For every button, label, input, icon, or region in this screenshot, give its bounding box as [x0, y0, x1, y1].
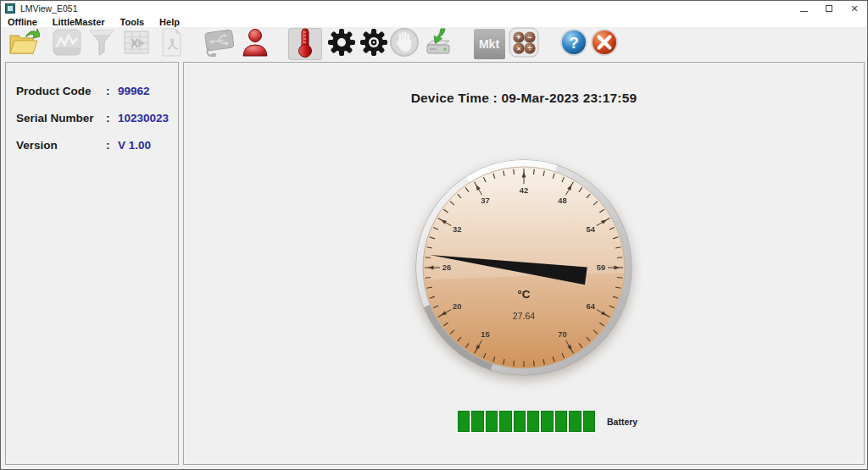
gauge-unit-label: °C: [517, 288, 530, 301]
maximize-icon: [826, 5, 832, 12]
minimize-button[interactable]: [791, 1, 816, 16]
battery-segment: [486, 411, 498, 432]
device-info-panel: Product Code : 99962 Serial Number : 102…: [5, 62, 179, 465]
window-title: LMView_E051: [20, 3, 78, 14]
mkt-text-button: Mkt: [474, 29, 505, 59]
close-icon: ✕: [850, 4, 858, 14]
svg-text:37: 37: [481, 196, 490, 205]
svg-text:26: 26: [442, 263, 452, 272]
svg-text:64: 64: [587, 301, 596, 311]
menu-littlemaster[interactable]: LittleMaster: [53, 17, 105, 27]
svg-text:?: ?: [569, 34, 579, 52]
open-folder-icon: [8, 27, 40, 61]
graph-button[interactable]: [50, 28, 84, 60]
title-bar: LMView_E051 ✕: [1, 1, 867, 16]
svg-text:54: 54: [587, 224, 596, 234]
battery-segment: [583, 411, 595, 432]
serial-number-label: Serial Number: [16, 112, 106, 124]
minimize-icon: [800, 10, 808, 12]
user-button[interactable]: [238, 28, 272, 60]
toolbar: X: [1, 27, 867, 62]
battery-segment: [514, 411, 526, 432]
help-button[interactable]: ?: [557, 28, 591, 60]
svg-text:X: X: [131, 36, 139, 50]
help-icon: ?: [559, 27, 589, 61]
exit-button[interactable]: [587, 28, 621, 60]
serial-number-value: 10230023: [118, 112, 169, 124]
svg-text:15: 15: [481, 329, 490, 339]
version-row: Version : V 1.00: [6, 139, 178, 152]
version-value: V 1.00: [118, 139, 151, 152]
usb-device-icon: [202, 26, 237, 62]
temperature-gauge: 1520263237424854596470 °C 27.64: [414, 158, 634, 378]
svg-text:÷: ÷: [528, 44, 532, 53]
close-button[interactable]: ✕: [842, 1, 867, 16]
svg-text:32: 32: [453, 224, 462, 234]
export-pdf-button[interactable]: [154, 28, 188, 60]
mkt-label: Mkt: [479, 37, 499, 51]
battery-segment: [569, 411, 581, 432]
battery-segment: [499, 411, 511, 432]
filter-button[interactable]: [85, 28, 119, 60]
calc-buttons-icon: + − × ÷: [508, 26, 540, 62]
user-icon: [241, 27, 270, 61]
svg-text:48: 48: [558, 196, 567, 205]
product-code-label: Product Code: [16, 85, 106, 97]
product-code-value: 99962: [118, 85, 150, 97]
svg-text:42: 42: [520, 185, 529, 195]
battery-segment: [458, 411, 470, 432]
stop-button[interactable]: [387, 28, 421, 60]
device-time: Device Time : 09-Mar-2023 23:17:59: [184, 91, 864, 106]
exit-icon: [589, 27, 620, 61]
settings-button[interactable]: [325, 28, 359, 60]
menu-help[interactable]: Help: [159, 17, 180, 27]
svg-text:70: 70: [558, 329, 567, 339]
svg-text:+: +: [516, 33, 520, 41]
maximize-button[interactable]: [816, 1, 842, 16]
advanced-settings-button[interactable]: [357, 28, 391, 60]
svg-text:20: 20: [453, 301, 462, 311]
connect-device-button[interactable]: [203, 28, 236, 60]
battery-label: Battery: [607, 417, 637, 427]
temperature-button[interactable]: [288, 28, 322, 60]
mkt-button[interactable]: Mkt: [472, 28, 506, 60]
version-label: Version: [16, 139, 106, 152]
funnel-icon: [86, 27, 118, 61]
waveform-chart-icon: [51, 27, 83, 61]
svg-text:59: 59: [597, 263, 606, 272]
pdf-icon: [157, 27, 186, 61]
open-button[interactable]: [7, 28, 41, 60]
gauge-value-label: 27.64: [513, 311, 535, 321]
calculator-keys-button[interactable]: + − × ÷: [507, 28, 541, 60]
app-window: LMView_E051 ✕ Offline LittleMaster Tools…: [0, 0, 868, 470]
battery-indicator: Battery: [458, 411, 637, 432]
product-code-row: Product Code : 99962: [6, 85, 178, 97]
battery-segment: [527, 411, 539, 432]
save-to-device-button[interactable]: [421, 28, 455, 60]
download-drive-icon: [422, 26, 454, 62]
excel-export-icon: X: [120, 27, 153, 61]
gauge-dial-svg: 1520263237424854596470 °C 27.64: [414, 158, 634, 378]
svg-text:×: ×: [517, 45, 521, 53]
main-panel: Device Time : 09-Mar-2023 23:17:59: [183, 62, 865, 465]
menu-offline[interactable]: Offline: [8, 17, 37, 27]
battery-segment: [471, 411, 483, 432]
thermometer-icon: [292, 27, 318, 61]
app-logo-icon: [5, 3, 15, 14]
menu-tools[interactable]: Tools: [120, 17, 145, 27]
svg-text:−: −: [527, 33, 531, 41]
serial-number-row: Serial Number : 10230023: [6, 112, 178, 124]
stop-hand-icon: [388, 26, 420, 62]
export-excel-button[interactable]: X: [120, 28, 153, 60]
battery-bar: [458, 411, 595, 432]
gear-advanced-icon: [358, 26, 390, 62]
gear-icon: [326, 26, 358, 62]
battery-segment: [555, 411, 567, 432]
battery-segment: [541, 411, 553, 432]
